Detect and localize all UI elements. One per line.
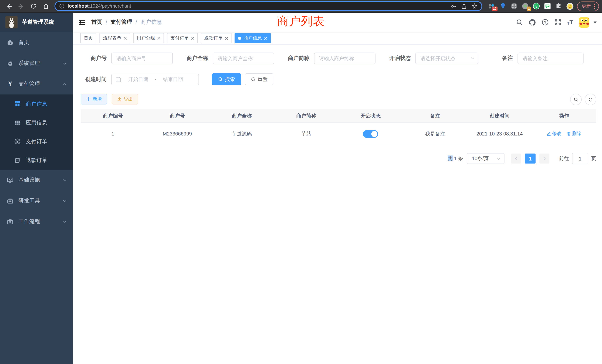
refresh-table-button[interactable] <box>585 94 596 105</box>
svg-text:?: ? <box>544 20 546 24</box>
close-icon[interactable] <box>225 37 228 40</box>
table-tools <box>570 94 596 105</box>
sidebar-item-home[interactable]: 首页 <box>0 32 73 53</box>
cell-merchant-no: M233666999 <box>145 131 210 137</box>
tab-refund-order[interactable]: 退款订单 <box>201 33 232 43</box>
reload-icon[interactable] <box>28 1 38 11</box>
browser-update-button[interactable]: 更新 <box>577 1 599 11</box>
breadcrumb-home[interactable]: 首页 <box>91 19 102 26</box>
close-icon[interactable] <box>124 37 127 40</box>
font-size-icon[interactable]: TT <box>567 19 573 25</box>
toggle-search-button[interactable] <box>570 94 582 105</box>
close-icon[interactable] <box>191 37 194 40</box>
address-bar[interactable]: localhost:1024/pay/merchant <box>54 1 482 11</box>
sidebar: 芋道管理系统 首页 系统管理 <box>0 13 73 364</box>
pagination: 共 1 条 10条/页 1 前往 <box>81 153 596 164</box>
tab-process-form[interactable]: 流程表单 <box>99 33 130 43</box>
filter-label: 开启状态 <box>385 55 411 62</box>
sidebar-item-app-info[interactable]: 应用信息 <box>0 113 73 132</box>
merchant-no-input[interactable] <box>111 53 173 64</box>
sidebar-item-workflow[interactable]: 工作流程 <box>0 211 73 232</box>
close-icon[interactable] <box>157 37 161 40</box>
page-number-1[interactable]: 1 <box>525 154 536 164</box>
profile-emoji-icon[interactable] <box>566 3 573 10</box>
avatar[interactable] <box>579 17 589 27</box>
toolbox-icon <box>7 198 13 204</box>
ext-pinned-icon[interactable]: 10 <box>488 3 495 10</box>
end-date-input[interactable] <box>158 76 188 83</box>
status-select[interactable] <box>415 53 478 64</box>
sidebar-logo[interactable]: 芋道管理系统 <box>0 13 73 32</box>
extensions-puzzle-icon[interactable] <box>555 3 562 10</box>
breadcrumb-pay[interactable]: 支付管理 <box>110 19 132 26</box>
export-button[interactable]: 导出 <box>112 94 138 104</box>
status-toggle[interactable] <box>363 130 378 138</box>
prev-page-button[interactable] <box>511 154 521 164</box>
dashboard-icon <box>7 39 13 46</box>
forward-icon[interactable] <box>16 1 26 11</box>
next-page-button[interactable] <box>539 154 549 164</box>
sidebar-item-pay-order[interactable]: 支付订单 <box>0 132 73 151</box>
reset-button[interactable]: 重置 <box>245 73 273 85</box>
sidebar-item-label: 首页 <box>18 39 29 46</box>
sidebar-item-refund-order[interactable]: 退款订单 <box>0 151 73 170</box>
table-header: 商户编号 商户号 商户全称 商户简称 开启状态 备注 创建时间 操作 <box>81 109 596 123</box>
tab-pay-order[interactable]: 支付订单 <box>167 33 198 43</box>
fullscreen-icon[interactable] <box>554 19 561 26</box>
key-icon[interactable] <box>451 3 456 9</box>
tab-home[interactable]: 首页 <box>80 33 96 43</box>
github-icon[interactable] <box>529 19 536 26</box>
ext-record-icon[interactable]: 1 <box>522 3 529 10</box>
home-icon[interactable] <box>41 1 51 11</box>
start-date-input[interactable] <box>123 76 153 83</box>
delete-label: 删除 <box>572 130 581 137</box>
sidebar-item-dev-tools[interactable]: 研发工具 <box>0 190 73 211</box>
goto-page-input[interactable] <box>572 153 588 164</box>
goto-label: 前往 <box>559 155 569 162</box>
sidebar-item-merchant-info[interactable]: 商户信息 <box>0 95 73 113</box>
ext-y-icon[interactable]: y <box>533 3 540 10</box>
delete-link[interactable]: 删除 <box>567 130 581 137</box>
sidebar-item-system[interactable]: 系统管理 <box>0 53 73 74</box>
merchant-full-name-input[interactable] <box>213 53 274 64</box>
merchant-short-name-input[interactable] <box>314 53 375 64</box>
ext-chat-icon[interactable] <box>544 3 551 10</box>
close-icon[interactable] <box>264 37 267 40</box>
sidebar-item-infra[interactable]: 基础设施 <box>0 170 73 191</box>
browser-menu-dots-icon[interactable] <box>594 4 595 9</box>
cell-full-name: 芋道源码 <box>209 130 274 137</box>
ext-command-icon[interactable] <box>511 3 517 10</box>
add-button-label: 新增 <box>93 96 102 102</box>
ext-balloon-icon[interactable] <box>499 3 506 10</box>
share-icon[interactable] <box>461 3 467 9</box>
back-icon[interactable] <box>4 1 14 11</box>
bookmark-star-icon[interactable] <box>472 3 478 9</box>
caret-down-icon[interactable] <box>593 21 597 23</box>
date-range-picker[interactable]: - <box>111 74 199 85</box>
yen-icon: ¥ <box>7 80 13 88</box>
hamburger-icon[interactable] <box>73 13 91 32</box>
search-icon[interactable] <box>516 19 523 26</box>
edit-label: 修改 <box>552 130 561 137</box>
filter-row-2: 创建时间 - 搜 <box>81 73 596 85</box>
edit-link[interactable]: 修改 <box>547 130 561 137</box>
page-size-select[interactable]: 10条/页 <box>467 153 505 164</box>
add-button[interactable]: 新增 <box>81 94 107 104</box>
sidebar-menu: 首页 系统管理 ¥ 支付管理 <box>0 32 73 232</box>
extension-icons: 10 1 y <box>488 3 573 10</box>
site-info-icon[interactable] <box>59 3 64 9</box>
grid-icon <box>14 119 21 126</box>
tab-user-group[interactable]: 用户分组 <box>133 33 164 43</box>
sidebar-item-pay[interactable]: ¥ 支付管理 <box>0 74 73 95</box>
document-icon <box>14 157 21 163</box>
yen-circle-icon <box>14 138 21 145</box>
active-tab-dot <box>238 37 241 40</box>
search-button[interactable]: 搜索 <box>212 73 241 85</box>
remark-input[interactable] <box>517 53 583 64</box>
tab-merchant-info[interactable]: 商户信息 <box>235 33 271 43</box>
help-icon[interactable]: ? <box>542 19 549 26</box>
download-icon <box>117 97 122 101</box>
page-content: 商户号 商户全称 商户简称 开启状态 <box>73 45 602 364</box>
navbar: 首页 / 支付管理 / 商户信息 ? <box>73 13 602 32</box>
export-button-label: 导出 <box>124 96 133 102</box>
